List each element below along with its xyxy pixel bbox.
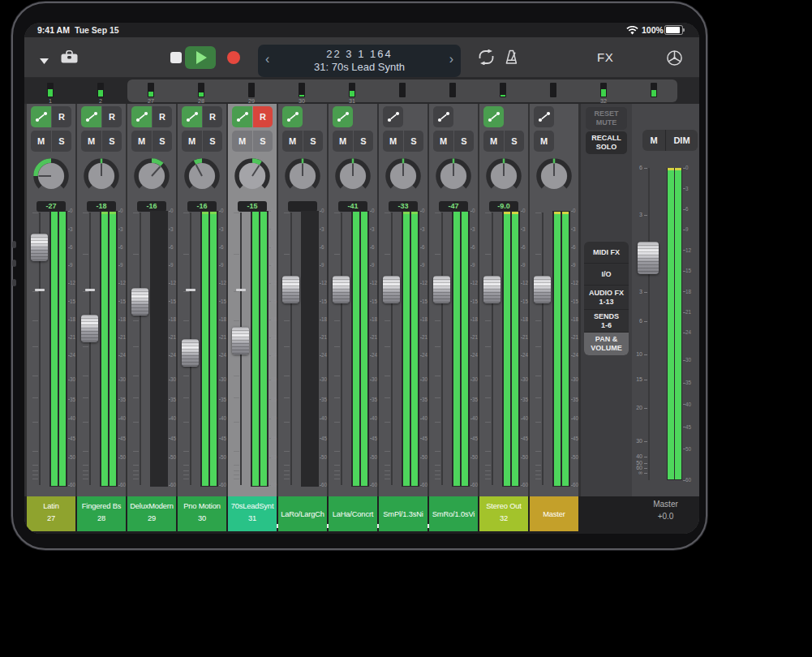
automation-button[interactable] [433, 106, 453, 127]
solo-button[interactable]: S [454, 131, 474, 152]
track-name-tab[interactable]: Stereo Out32 [479, 496, 528, 531]
solo-button[interactable]: S [203, 131, 222, 152]
track-name-tab[interactable]: SmPl/1.3sNi [379, 496, 427, 531]
overview-meter[interactable] [550, 83, 556, 97]
solo-button[interactable]: S [505, 131, 524, 152]
tab-i-o[interactable]: I/O [584, 264, 629, 286]
recall-solo-button[interactable]: RECALLSOLO [586, 131, 627, 154]
pan-knob[interactable] [234, 157, 271, 195]
volume-fader[interactable] [534, 276, 551, 303]
automation-button[interactable] [383, 106, 403, 127]
pan-knob[interactable] [334, 157, 372, 195]
tab-pan-volume[interactable]: PAN & VOLUME [584, 333, 629, 355]
tab-midi-fx[interactable]: MIDI FX [584, 242, 629, 264]
mute-button[interactable]: M [182, 131, 202, 152]
volume-fader[interactable] [131, 288, 148, 316]
mute-button[interactable]: M [81, 131, 101, 152]
track-name-tab[interactable]: Latin27 [27, 496, 75, 531]
automation-button[interactable] [131, 106, 152, 127]
pan-knob[interactable] [133, 157, 170, 195]
fader-track[interactable] [140, 213, 141, 485]
master-volume-fader[interactable] [638, 242, 659, 274]
mute-button[interactable]: M [483, 131, 504, 152]
overview-meter[interactable] [600, 83, 607, 97]
overview-meter[interactable] [248, 83, 255, 97]
automation-button[interactable] [31, 106, 51, 127]
automation-button[interactable] [182, 106, 202, 127]
pan-knob[interactable] [284, 157, 321, 195]
lcd-display[interactable]: ‹ 22 3 1 164 31: 70s Lead Synth › [258, 45, 461, 77]
record-enable-button[interactable]: R [203, 106, 222, 127]
settings-spoked-icon[interactable] [665, 49, 684, 71]
overview-meter[interactable] [148, 83, 154, 97]
overview-meter[interactable] [651, 83, 657, 97]
volume-fader[interactable] [383, 276, 400, 303]
solo-button[interactable]: S [102, 131, 122, 152]
record-enable-button[interactable]: R [253, 106, 273, 127]
mute-button[interactable]: M [433, 131, 453, 152]
pan-knob[interactable] [435, 157, 472, 195]
record-enable-button[interactable]: R [102, 106, 122, 127]
automation-button[interactable] [232, 106, 252, 127]
mute-button[interactable]: M [282, 131, 303, 152]
overview-meter[interactable] [500, 83, 506, 97]
mute-button[interactable]: M [31, 131, 51, 152]
track-name-tab[interactable]: LaRo/LargCh [278, 496, 327, 531]
master-fader-track[interactable] [648, 168, 650, 480]
pan-knob[interactable] [535, 157, 573, 195]
fader-track[interactable] [441, 213, 443, 485]
track-name-tab[interactable]: 70sLeadSynt31 [228, 496, 277, 531]
automation-button[interactable] [483, 106, 504, 127]
automation-button[interactable] [81, 106, 101, 127]
solo-button[interactable]: S [354, 131, 373, 152]
overview-meter[interactable] [47, 83, 54, 97]
track-name-tab[interactable]: Fingered Bs28 [77, 496, 126, 531]
mute-button[interactable]: M [383, 131, 403, 152]
track-name-tab[interactable]: SmRo/1.0sVi [429, 496, 478, 531]
volume-fader[interactable] [81, 315, 98, 342]
mute-button[interactable]: M [333, 131, 353, 152]
volume-fader[interactable] [282, 276, 299, 303]
overview-meter[interactable] [399, 83, 406, 97]
library-toolbox-icon[interactable] [60, 49, 79, 67]
play-button[interactable] [185, 46, 216, 69]
next-marker-icon[interactable]: › [449, 52, 453, 67]
solo-button[interactable]: S [303, 131, 323, 152]
cycle-loop-icon[interactable] [475, 49, 497, 68]
overview-meter[interactable] [198, 83, 204, 97]
solo-button[interactable]: S [253, 131, 273, 152]
metronome-icon[interactable] [503, 49, 520, 69]
automation-button[interactable] [282, 106, 303, 127]
tab-sends-1-6[interactable]: SENDS 1-6 [584, 310, 629, 333]
automation-button[interactable] [333, 106, 353, 127]
fader-track[interactable] [542, 213, 543, 485]
chevron-down-icon[interactable] [39, 54, 49, 68]
mute-button[interactable]: M [232, 131, 252, 152]
pan-knob[interactable] [485, 157, 522, 195]
record-button[interactable] [227, 51, 240, 64]
automation-button[interactable] [534, 106, 554, 127]
record-enable-button[interactable]: R [52, 106, 71, 127]
fader-track[interactable] [89, 213, 91, 485]
track-name-tab[interactable]: DeluxModern29 [127, 496, 176, 531]
pan-knob[interactable] [32, 157, 70, 195]
stop-button[interactable] [170, 52, 182, 63]
fader-track[interactable] [341, 213, 342, 485]
solo-button[interactable]: S [404, 131, 423, 152]
track-name-tab[interactable]: Master [530, 496, 578, 531]
overview-meter[interactable] [349, 83, 355, 97]
volume-fader[interactable] [333, 276, 350, 303]
mute-button[interactable]: M [534, 131, 554, 152]
pan-knob[interactable] [83, 157, 120, 195]
fader-track[interactable] [391, 213, 393, 485]
overview-meter[interactable] [449, 83, 456, 97]
mute-button[interactable]: M [131, 131, 152, 152]
fader-track[interactable] [492, 213, 493, 485]
fader-track[interactable] [290, 213, 292, 485]
volume-fader[interactable] [433, 276, 450, 303]
reset-mute-button[interactable]: RESETMUTE [586, 107, 627, 130]
fx-label[interactable]: FX [597, 50, 613, 64]
overview-meter[interactable] [299, 83, 305, 97]
volume-fader[interactable] [182, 339, 199, 367]
solo-button[interactable]: S [52, 131, 71, 152]
